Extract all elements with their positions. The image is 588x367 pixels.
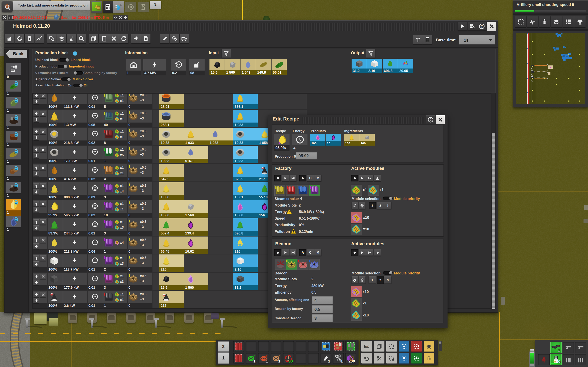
- svg-text:?: ?: [430, 118, 432, 122]
- svg-text:?: ?: [481, 24, 483, 28]
- svg-text:FIT: FIT: [365, 345, 368, 348]
